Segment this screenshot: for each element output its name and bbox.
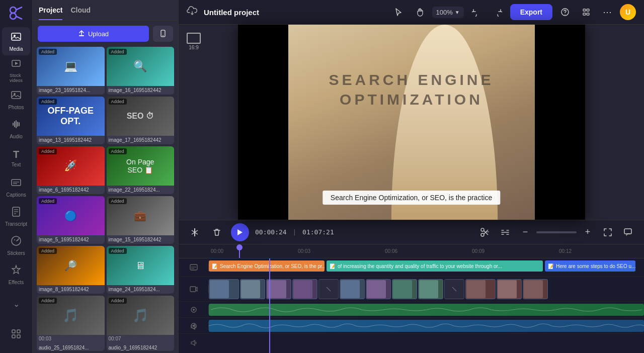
aspect-indicator[interactable]: 16:9 <box>187 33 201 50</box>
added-badge: Added <box>109 99 127 105</box>
svg-rect-10 <box>12 180 21 186</box>
canvas-area: 16:9 SEARCH ENGINE OPTIMIZATION Search E… <box>179 25 644 220</box>
play-button[interactable] <box>231 223 249 241</box>
added-badge: Added <box>109 49 127 55</box>
sidebar-item-photos[interactable]: Photos <box>2 85 30 114</box>
media-item[interactable]: Added 💻 image_23_16951824... <box>37 47 105 95</box>
subtitle-item[interactable]: 📝 Search Engine Optimization, or SEO, is… <box>209 260 325 272</box>
media-label: image_13_1695182442 <box>37 136 105 144</box>
sidebar-item-stock[interactable]: Stockvideos <box>2 56 30 84</box>
media-item[interactable]: Added 🖥 image_24_16951824... <box>107 246 175 294</box>
export-button[interactable]: Export <box>510 4 552 20</box>
video-clip[interactable] <box>366 279 391 299</box>
mute-button-2[interactable] <box>179 335 209 351</box>
effects-icon <box>11 264 22 278</box>
volume-controls <box>179 258 209 353</box>
clip-thumb <box>241 280 260 298</box>
subtitle-item[interactable]: 📝 Here are some steps to do SEO u... <box>545 260 635 272</box>
svg-point-18 <box>17 239 18 240</box>
media-item[interactable]: Added 🎵 00:07 audio_9_1695182442 <box>107 296 175 351</box>
video-clip[interactable] <box>418 279 443 299</box>
zoom-selector[interactable]: 100% ▼ <box>432 7 464 18</box>
split-button[interactable] <box>187 224 203 240</box>
clip-thumb <box>393 280 412 298</box>
sidebar-item-stickers[interactable]: Stickers <box>2 231 30 259</box>
zoom-out-button[interactable]: − <box>517 224 533 240</box>
video-track <box>179 277 644 302</box>
share-button[interactable] <box>578 4 595 21</box>
media-item[interactable]: Added 🔎 image_8_1695182442 <box>37 246 105 294</box>
subtitle-item[interactable]: 📝 of increasing the quantity and quality… <box>327 260 543 272</box>
project-title[interactable]: Untitled project <box>204 8 384 17</box>
video-clip[interactable] <box>340 279 365 299</box>
media-item[interactable]: Added 🔍 image_16_1695182442 <box>107 47 175 95</box>
brand-icon <box>11 328 22 342</box>
hand-tool-button[interactable] <box>411 4 428 21</box>
mute-button-1[interactable] <box>179 319 209 335</box>
canvas-subtitle: Search Engine Optimization, or SEO, is t… <box>323 191 500 205</box>
clip-muted-segment[interactable] <box>318 279 339 299</box>
video-clip[interactable] <box>523 279 548 299</box>
timeline-zoom-control: − + <box>517 224 596 240</box>
tab-project[interactable]: Project <box>39 6 62 20</box>
added-badge: Added <box>39 198 57 204</box>
tab-cloud[interactable]: Cloud <box>70 6 91 20</box>
more-options-button[interactable]: ⋯ <box>599 4 616 21</box>
sidebar-item-brand[interactable] <box>2 321 30 349</box>
video-clip[interactable] <box>465 279 496 299</box>
clip-transition[interactable] <box>444 279 464 299</box>
timeline-fit-button[interactable] <box>497 224 513 240</box>
upload-row: Upload <box>33 21 178 45</box>
sidebar-item-audio[interactable]: Audio <box>2 115 30 143</box>
sidebar-transcript-label: Transcript <box>5 221 27 227</box>
svg-point-5 <box>14 35 16 37</box>
save-cloud-icon[interactable] <box>187 6 198 19</box>
media-item[interactable]: Added 🚀 image_6_1695182442 <box>37 146 105 194</box>
help-button[interactable] <box>556 4 574 21</box>
media-label: image_16_1695182442 <box>107 86 175 95</box>
video-clip[interactable] <box>266 279 291 299</box>
comment-button[interactable] <box>620 224 636 240</box>
media-label: image_5_1695182442 <box>37 235 105 244</box>
media-item[interactable]: Added OFF-PAGEOPT. image_13_1695182442 <box>37 97 105 144</box>
audio-waveform-1[interactable] <box>209 304 644 316</box>
media-item[interactable]: Added 🔵 image_5_1695182442 <box>37 196 105 244</box>
media-item[interactable]: Added 🎵 00:03 audio_25_16951824... <box>37 296 105 351</box>
delete-button[interactable] <box>209 224 225 240</box>
sidebar-item-more[interactable]: ⌄ <box>2 290 30 318</box>
pointer-tool-button[interactable] <box>390 4 407 21</box>
media-thumb: Added 🔎 <box>37 246 105 285</box>
clip-thumb <box>293 280 312 298</box>
svg-rect-22 <box>17 335 20 338</box>
media-label: image_23_16951824... <box>37 86 105 95</box>
sidebar-item-media[interactable]: Media <box>2 27 30 55</box>
sidebar-media-label: Media <box>9 46 23 52</box>
upload-button[interactable]: Upload <box>38 26 149 42</box>
video-clip[interactable] <box>209 279 239 299</box>
zoom-slider[interactable] <box>536 231 577 233</box>
ruler-marks: 00:00 00:03 00:06 00:09 00:12 <box>209 248 644 254</box>
audio-track-1 <box>179 302 644 318</box>
media-item[interactable]: Added SEO ⏱ image_17_1695182442 <box>107 97 175 144</box>
media-item[interactable]: Added On PageSEO 📋 image_22_16951824... <box>107 146 175 194</box>
video-clip[interactable] <box>240 279 265 299</box>
undo-button[interactable] <box>468 4 485 21</box>
sidebar-item-captions[interactable]: Captions <box>2 173 30 201</box>
sidebar-item-text[interactable]: T Text <box>2 144 30 172</box>
zoom-in-button[interactable]: + <box>580 224 596 240</box>
added-badge: Added <box>39 148 57 154</box>
sidebar-item-effects[interactable]: Effects <box>2 260 30 289</box>
media-item[interactable]: Added 💼 image_15_1695182442 <box>107 196 175 244</box>
added-badge: Added <box>109 298 127 304</box>
fullscreen-button[interactable] <box>600 224 616 240</box>
video-clip[interactable] <box>392 279 417 299</box>
audio-waveform-2[interactable] <box>209 320 644 332</box>
video-clip[interactable] <box>292 279 317 299</box>
magic-cut-button[interactable] <box>477 224 493 240</box>
timeline-track-area: 📝 Search Engine Optimization, or SEO, is… <box>179 258 644 353</box>
sidebar-item-transcript[interactable]: Transcript <box>2 202 30 230</box>
video-clip[interactable] <box>497 279 522 299</box>
redo-button[interactable] <box>489 4 506 21</box>
device-upload-button[interactable] <box>153 26 173 42</box>
media-label: image_17_1695182442 <box>107 136 175 144</box>
